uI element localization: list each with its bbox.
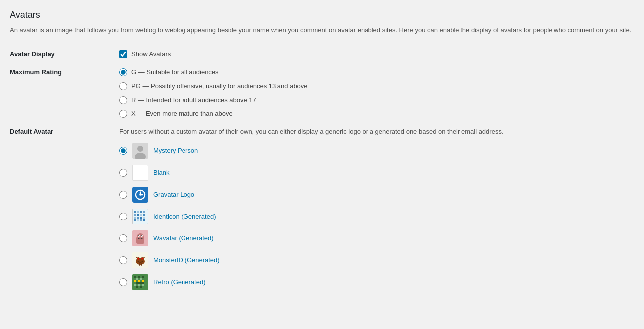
svg-rect-41 (142, 276, 144, 278)
svg-rect-52 (140, 286, 142, 288)
svg-rect-10 (137, 214, 139, 216)
svg-rect-7 (140, 211, 142, 213)
avatar-retro-label: Retro (Generated) (153, 278, 206, 286)
svg-rect-49 (138, 284, 140, 286)
avatar-mystery-radio[interactable] (119, 147, 127, 155)
avatar-identicon-item[interactable]: Identicon (Generated) (119, 209, 629, 224)
svg-rect-44 (134, 280, 136, 282)
svg-rect-40 (138, 276, 140, 278)
avatar-mystery-label: Mystery Person (153, 147, 198, 154)
rating-x-label: X — Even more mature than above (131, 110, 233, 117)
avatar-gravatar-item[interactable]: Gravatar Logo (119, 187, 629, 203)
avatar-identicon-label: Identicon (Generated) (153, 213, 216, 220)
svg-rect-48 (134, 284, 136, 286)
blank-icon (132, 165, 148, 181)
avatar-display-row: Avatar Display Show Avatars (10, 45, 634, 63)
settings-table: Avatar Display Show Avatars Maximum Rati… (10, 45, 634, 301)
svg-rect-43 (140, 278, 142, 280)
avatar-monsterid-label: MonsterID (Generated) (153, 256, 220, 264)
avatar-monsterid-radio[interactable] (119, 256, 127, 264)
svg-rect-6 (137, 211, 139, 213)
avatar-wavatar-radio[interactable] (119, 234, 127, 242)
svg-rect-17 (134, 219, 136, 221)
svg-rect-50 (142, 284, 144, 286)
rating-pg-item[interactable]: PG — Possibly offensive, usually for aud… (119, 82, 629, 90)
avatar-gravatar-label: Gravatar Logo (153, 191, 194, 198)
svg-rect-42 (136, 278, 138, 280)
svg-rect-18 (137, 219, 139, 221)
svg-point-32 (138, 258, 139, 259)
svg-rect-37 (143, 257, 145, 258)
monsterid-icon (132, 252, 148, 268)
default-avatar-description: For users without a custom avatar of the… (119, 128, 629, 135)
svg-rect-5 (134, 211, 136, 213)
maximum-rating-row: Maximum Rating G — Suitable for all audi… (10, 63, 634, 123)
default-avatar-control: For users without a custom avatar of the… (119, 123, 634, 301)
svg-point-4 (139, 194, 141, 196)
svg-rect-47 (136, 282, 144, 284)
rating-g-item[interactable]: G — Suitable for all audiences (119, 68, 629, 76)
avatar-blank-item[interactable]: Blank (119, 165, 629, 181)
svg-point-33 (142, 258, 143, 259)
rating-g-label: G — Suitable for all audiences (131, 68, 219, 76)
svg-rect-19 (140, 219, 142, 221)
svg-rect-9 (134, 214, 136, 216)
default-avatar-row: Default Avatar For users without a custo… (10, 123, 634, 301)
svg-rect-15 (140, 217, 142, 219)
rating-r-item[interactable]: R — Intended for adult audiences above 1… (119, 96, 629, 104)
svg-rect-45 (138, 280, 140, 282)
page-title: Avatars (10, 10, 634, 20)
svg-rect-20 (143, 219, 145, 221)
svg-point-26 (138, 235, 139, 236)
avatar-mystery-item[interactable]: Mystery Person (119, 143, 629, 159)
retro-icon (132, 274, 148, 290)
avatar-display-control: Show Avatars (119, 45, 634, 63)
rating-pg-radio[interactable] (119, 82, 127, 90)
avatar-wavatar-label: Wavatar (Generated) (153, 234, 214, 242)
avatar-identicon-radio[interactable] (119, 213, 127, 220)
show-avatars-label: Show Avatars (131, 50, 171, 58)
svg-rect-36 (136, 257, 137, 258)
rating-r-label: R — Intended for adult audiences above 1… (131, 96, 256, 104)
maximum-rating-control: G — Suitable for all audiences PG — Poss… (119, 63, 634, 123)
identicon-icon (132, 209, 148, 224)
wavatar-icon (132, 230, 148, 246)
rating-r-radio[interactable] (119, 96, 127, 104)
rating-g-radio[interactable] (119, 68, 127, 76)
mystery-person-icon (132, 143, 148, 159)
avatar-display-label: Avatar Display (10, 45, 119, 63)
svg-rect-11 (140, 214, 142, 216)
svg-rect-8 (143, 211, 145, 213)
avatar-retro-radio[interactable] (119, 278, 127, 286)
svg-rect-16 (143, 217, 145, 219)
svg-rect-51 (136, 286, 138, 288)
rating-radio-group: G — Suitable for all audiences PG — Poss… (119, 68, 629, 118)
svg-rect-35 (141, 263, 142, 266)
svg-rect-39 (134, 276, 136, 278)
show-avatars-checkbox-label[interactable]: Show Avatars (119, 50, 629, 58)
avatar-gravatar-radio[interactable] (119, 191, 127, 199)
default-avatar-label: Default Avatar (10, 123, 119, 301)
svg-rect-12 (143, 214, 145, 216)
avatar-retro-item[interactable]: Retro (Generated) (119, 274, 629, 290)
rating-x-item[interactable]: X — Even more mature than above (119, 110, 629, 118)
svg-rect-13 (134, 217, 136, 219)
rating-pg-label: PG — Possibly offensive, usually for aud… (131, 82, 308, 90)
avatar-blank-radio[interactable] (119, 169, 127, 177)
rating-x-radio[interactable] (119, 110, 127, 118)
svg-point-1 (137, 146, 143, 152)
show-avatars-checkbox[interactable] (119, 50, 127, 58)
page-description: An avatar is an image that follows you f… (10, 25, 634, 35)
svg-point-27 (141, 235, 142, 236)
gravatar-icon (132, 187, 148, 203)
svg-rect-46 (142, 280, 144, 282)
svg-rect-14 (137, 217, 139, 219)
maximum-rating-label: Maximum Rating (10, 63, 119, 123)
avatar-wavatar-item[interactable]: Wavatar (Generated) (119, 230, 629, 246)
avatar-monsterid-item[interactable]: MonsterID (Generated) (119, 252, 629, 268)
svg-rect-34 (139, 263, 140, 266)
svg-rect-23 (136, 237, 144, 244)
avatar-blank-label: Blank (153, 169, 170, 176)
